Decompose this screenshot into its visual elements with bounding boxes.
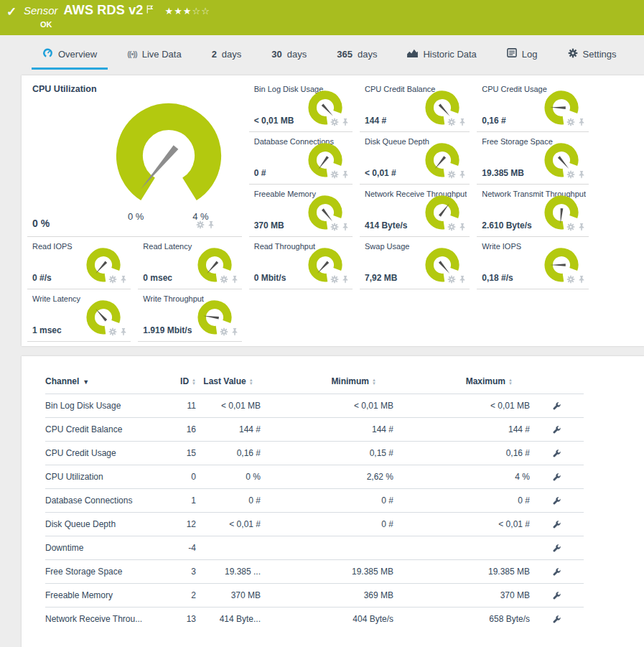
- pin-icon[interactable]: [120, 326, 127, 339]
- sort-desc-icon: ▼: [83, 378, 89, 386]
- column-header-channel[interactable]: Channel▼: [45, 376, 153, 394]
- cell-channel: Free Storage Space: [45, 560, 153, 584]
- sensor-title: AWS RDS v2: [64, 3, 144, 18]
- gauge-value: 0 %: [32, 218, 50, 229]
- cell-minimum: 369 MB: [261, 584, 393, 608]
- gauge-cell-database-connections: Database Connections 0 #: [249, 132, 353, 185]
- pin-icon[interactable]: [459, 169, 466, 182]
- pin-icon[interactable]: [207, 219, 215, 232]
- tab-2-days[interactable]: 2 days: [197, 35, 257, 73]
- gear-icon[interactable]: [108, 274, 117, 287]
- channel-settings-wrench-icon[interactable]: [552, 590, 561, 600]
- table-row-cpu-utilization: CPU Utilization 0 0 % 2,62 % 4 %: [45, 465, 584, 489]
- channel-settings-wrench-icon[interactable]: [552, 495, 561, 506]
- tab-log[interactable]: Log: [492, 35, 553, 73]
- column-header-last-value[interactable]: Last Value▲▼: [196, 376, 261, 394]
- channel-settings-wrench-icon[interactable]: [552, 567, 561, 577]
- gear-icon[interactable]: [447, 274, 456, 287]
- cell-channel: Database Connections: [45, 489, 153, 513]
- gear-icon[interactable]: [330, 116, 339, 129]
- channel-settings-wrench-icon[interactable]: [552, 614, 561, 624]
- gauge-cell-read-iops: Read IOPS 0 #/s: [27, 237, 131, 289]
- gauge-value: 414 Byte/s: [365, 220, 407, 231]
- pin-icon[interactable]: [342, 169, 349, 182]
- gear-icon[interactable]: [447, 116, 456, 129]
- pin-icon[interactable]: [231, 326, 238, 339]
- column-label: Maximum: [466, 376, 505, 386]
- pin-icon[interactable]: [578, 274, 585, 287]
- pin-icon[interactable]: [578, 169, 585, 182]
- column-label: ID: [180, 376, 189, 386]
- pin-icon[interactable]: [459, 221, 466, 234]
- gear-icon[interactable]: [108, 326, 117, 339]
- channel-settings-wrench-icon[interactable]: [552, 543, 561, 553]
- cell-maximum: < 0,01 #: [393, 513, 530, 536]
- cell-id: 16: [153, 418, 196, 442]
- cell-maximum: 4 %: [393, 465, 530, 489]
- tab-365-days[interactable]: 365 days: [322, 35, 392, 73]
- gear-icon[interactable]: [566, 221, 575, 234]
- gear-icon[interactable]: [447, 221, 456, 234]
- pin-icon[interactable]: [578, 221, 585, 234]
- cell-minimum: 0 #: [261, 513, 393, 536]
- gauge-icon: [42, 47, 53, 60]
- tab-30-days[interactable]: 30 days: [256, 35, 322, 73]
- table-row-free-storage-space: Free Storage Space 3 19.385 ... 19.385 M…: [45, 560, 584, 584]
- column-header-maximum[interactable]: Maximum▲▼: [393, 376, 530, 394]
- gear-icon[interactable]: [330, 274, 339, 287]
- pin-icon[interactable]: [342, 221, 349, 234]
- gear-icon[interactable]: [447, 169, 456, 182]
- tab-live-data[interactable]: ((•)) Live Data: [112, 35, 196, 73]
- tab-settings[interactable]: Settings: [553, 35, 632, 73]
- tab-bar: Overview ((•)) Live Data 2 days 30 days …: [0, 35, 644, 73]
- cell-last-value: 0 %: [196, 465, 261, 489]
- gear-icon[interactable]: [566, 274, 575, 287]
- pin-icon[interactable]: [459, 116, 466, 129]
- table-row-downtime: Downtime -4: [45, 536, 584, 560]
- gauge-value: 0,16 #: [482, 116, 505, 126]
- gear-icon[interactable]: [330, 169, 339, 182]
- table-row-network-receive-throu: Network Receive Throu... 13 414 Byte... …: [45, 608, 584, 631]
- channel-settings-wrench-icon[interactable]: [552, 424, 561, 434]
- pin-icon[interactable]: [120, 274, 127, 287]
- cell-maximum: 144 #: [393, 418, 530, 442]
- pin-icon[interactable]: [342, 116, 349, 129]
- column-header-minimum[interactable]: Minimum▲▼: [261, 376, 393, 394]
- pin-icon[interactable]: [231, 274, 238, 287]
- gear-icon[interactable]: [220, 326, 228, 339]
- cpu-utilization-gauge-dial[interactable]: [113, 98, 225, 210]
- tab-historic-data[interactable]: Historic Data: [392, 35, 491, 73]
- gauge-value: 7,92 MB: [365, 273, 397, 283]
- channels-table: Channel▼ID▲▼Last Value▲▼Minimum▲▼Maximum…: [45, 376, 584, 631]
- gear-icon[interactable]: [196, 219, 205, 232]
- flag-icon[interactable]: [146, 4, 154, 17]
- column-header-id[interactable]: ID▲▼: [153, 376, 196, 394]
- channel-settings-wrench-icon[interactable]: [552, 472, 561, 482]
- gauge-cell-network-transmit-throughput: Network Transmit Throughput 2.610 Byte/s: [477, 185, 589, 237]
- channels-panel: Channel▼ID▲▼Last Value▲▼Minimum▲▼Maximum…: [22, 356, 644, 647]
- gear-icon[interactable]: [566, 169, 575, 182]
- cell-minimum: 2,62 %: [261, 465, 393, 489]
- priority-stars[interactable]: ★★★☆☆: [165, 6, 210, 17]
- tab-overview[interactable]: Overview: [27, 35, 112, 73]
- table-row-freeable-memory: Freeable Memory 2 370 MB 369 MB 370 MB: [45, 584, 584, 608]
- channel-settings-wrench-icon[interactable]: [552, 519, 561, 529]
- gear-icon[interactable]: [566, 116, 575, 129]
- gear-icon[interactable]: [330, 221, 339, 234]
- cell-id: 12: [153, 513, 196, 536]
- gauge-cell-cpu-credit-balance: CPU Credit Balance 144 #: [360, 80, 470, 132]
- cell-maximum: 658 Byte/s: [393, 608, 530, 631]
- gauge-value: 0 #/s: [32, 273, 52, 283]
- pin-icon[interactable]: [578, 116, 585, 129]
- pin-icon[interactable]: [459, 274, 466, 287]
- cell-channel: CPU Credit Balance: [45, 418, 153, 442]
- pin-icon[interactable]: [342, 274, 349, 287]
- cell-channel: Freeable Memory: [45, 584, 153, 608]
- column-label: Minimum: [331, 376, 369, 386]
- gear-icon[interactable]: [220, 274, 228, 287]
- channel-settings-wrench-icon[interactable]: [552, 401, 561, 411]
- table-row-database-connections: Database Connections 1 0 # 0 # 0 #: [45, 489, 584, 513]
- table-row-cpu-credit-usage: CPU Credit Usage 15 0,16 # 0,15 # 0,16 #: [45, 442, 584, 465]
- live-data-icon: ((•)): [127, 50, 137, 58]
- channel-settings-wrench-icon[interactable]: [552, 448, 561, 458]
